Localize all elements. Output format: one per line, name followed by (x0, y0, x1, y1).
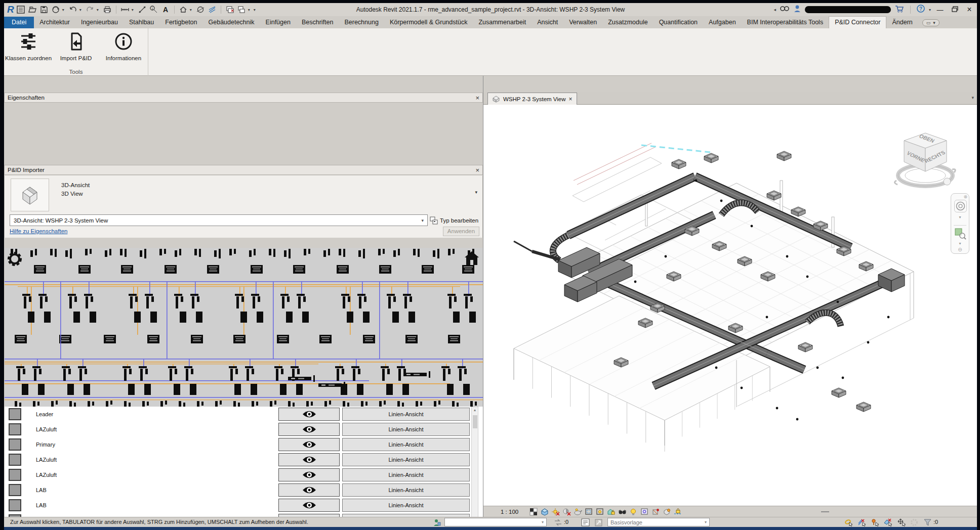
temporary-view-properties-icon[interactable] (640, 507, 649, 516)
ribbon-tab-k-rpermodell-grundst-ck[interactable]: Körpermodell & Grundstück (384, 17, 473, 28)
line-view-button[interactable]: Linien-Ansicht (342, 408, 470, 421)
reveal-hidden-icon[interactable] (629, 507, 638, 516)
pid-importer-close-icon[interactable]: × (475, 166, 479, 174)
close-hidden-windows-icon[interactable] (225, 5, 235, 15)
navigation-bar[interactable]: ⊗ ▾ ▾ ⊖ (951, 193, 969, 254)
type-selector[interactable]: 3D-Ansicht: WSHP 2-3 System View ▾ (10, 214, 428, 226)
print-icon[interactable] (102, 5, 112, 15)
view-scrollbar-dash[interactable] (821, 511, 829, 512)
crop-view-icon[interactable] (585, 507, 593, 516)
close-button[interactable]: × (964, 5, 975, 14)
ribbon-tab-ndern[interactable]: Ändern (886, 17, 918, 28)
line-view-button[interactable]: Linien-Ansicht (342, 438, 470, 451)
pid-settings-gear-icon[interactable] (6, 250, 24, 268)
wheel-dropdown-icon[interactable]: ▾ (951, 215, 969, 219)
ribbon-tab-aufgaben[interactable]: Aufgaben (703, 17, 742, 28)
view-canvas[interactable]: OBEN VORNE RECHTS ⊗ ▾ ▾ ⊖ (483, 105, 977, 506)
line-view-button[interactable]: Linien-Ansicht (342, 499, 470, 512)
type-selector-chevron-icon[interactable]: ▾ (421, 218, 424, 223)
layer-color-swatch[interactable] (9, 484, 21, 496)
select-by-face-icon[interactable] (884, 518, 892, 526)
ribbon-tab-quantification[interactable]: Quantification (654, 17, 703, 28)
thin-lines-icon[interactable] (207, 5, 217, 15)
navbar-close-icon[interactable]: ⊗ (963, 194, 967, 199)
filter-icon[interactable] (923, 518, 932, 526)
redo-icon[interactable] (85, 5, 95, 15)
ribbon-tab-verwalten[interactable]: Verwalten (563, 17, 602, 28)
revit-logo-icon[interactable]: R (7, 5, 14, 14)
steering-wheel-icon[interactable] (954, 200, 967, 212)
layer-color-swatch[interactable] (9, 408, 21, 420)
view-tab[interactable]: WSHP 2-3 System View × (487, 93, 577, 105)
drag-on-selection-icon[interactable] (897, 518, 906, 526)
element-preview[interactable] (11, 179, 49, 211)
ribbon-tab-bim-interoperabilit-ts-tools[interactable]: BIM Interoperabilitäts Tools (742, 17, 829, 28)
ribbon-tab-geb-udetechnik[interactable]: Gebäudetechnik (203, 17, 260, 28)
select-pinned-icon[interactable] (871, 518, 879, 526)
editing-requests-icon[interactable] (554, 518, 562, 526)
sync-dropdown-icon[interactable]: ▾ (62, 8, 66, 12)
tag-icon[interactable]: 1 (149, 5, 159, 15)
visibility-toggle-button[interactable] (278, 438, 340, 451)
view-tab-close-icon[interactable]: × (569, 96, 573, 103)
visibility-toggle-button[interactable] (278, 468, 340, 481)
minimize-button[interactable]: — (934, 6, 946, 14)
line-view-button[interactable]: Linien-Ansicht (342, 423, 470, 436)
detail-level-icon[interactable] (529, 507, 538, 516)
layer-color-swatch[interactable] (9, 469, 21, 481)
ribbon-tab-stahlbau[interactable]: Stahlbau (124, 17, 159, 28)
layer-color-swatch[interactable] (9, 499, 21, 511)
scroll-thumb[interactable] (473, 415, 477, 428)
ribbon-tab-berechnung[interactable]: Berechnung (339, 17, 384, 28)
exclude-options-icon[interactable] (594, 518, 603, 526)
save-icon[interactable] (39, 5, 49, 15)
analytical-model-icon[interactable] (651, 507, 660, 516)
select-links-icon[interactable] (844, 518, 853, 526)
properties-panel-header[interactable]: Eigenschaften × (4, 93, 483, 103)
undo-icon[interactable] (68, 5, 78, 15)
zoom-dropdown-icon[interactable]: ▾ (951, 241, 969, 246)
shadows-icon[interactable] (562, 507, 571, 516)
visibility-toggle-button[interactable] (278, 408, 340, 421)
ribbon-tab-p-id-connector[interactable]: P&ID Connector (829, 16, 886, 28)
ribbon-tab-einf-gen[interactable]: Einfügen (260, 17, 296, 28)
switch-windows-icon[interactable] (236, 5, 247, 15)
ribbon-tab-ansicht[interactable]: Ansicht (532, 17, 563, 28)
crop-region-visibility-icon[interactable] (596, 507, 604, 516)
undo-dropdown-icon[interactable]: ▾ (79, 8, 84, 12)
line-view-button[interactable]: Linien-Ansicht (342, 483, 470, 497)
scroll-up-icon[interactable]: ▴ (472, 408, 478, 412)
reveal-constraints-icon[interactable] (674, 507, 682, 516)
infocenter-collapse-icon[interactable]: ◂ (773, 7, 776, 12)
customize-qat-icon[interactable]: ▾ (254, 8, 258, 12)
ribbon-tab-datei[interactable]: Datei (4, 17, 34, 28)
pid-importer-panel-header[interactable]: P&ID Importer × (4, 165, 483, 175)
import-pid-button[interactable]: Import P&ID (54, 30, 98, 61)
sync-with-central-icon[interactable] (51, 5, 61, 15)
visibility-toggle-button[interactable] (278, 453, 340, 466)
ribbon-tab-architektur[interactable]: Architektur (34, 17, 75, 28)
switch-windows-dropdown-icon[interactable]: ▾ (248, 8, 252, 12)
file-menu-icon[interactable] (16, 5, 26, 15)
ribbon-tab-zusammenarbeit[interactable]: Zusammenarbeit (473, 17, 532, 28)
pid-diagram-preview[interactable] (5, 248, 483, 407)
section-icon[interactable] (195, 5, 206, 15)
sun-path-icon[interactable] (551, 507, 560, 516)
help-icon[interactable]: ? (916, 4, 925, 15)
line-view-button[interactable]: Linien-Ansicht (342, 468, 470, 481)
ribbon-tab-ingenieurbau[interactable]: Ingenieurbau (75, 17, 124, 28)
navbar-collapse-icon[interactable]: ⊖ (951, 247, 969, 252)
user-avatar-icon[interactable] (793, 5, 801, 15)
redo-dropdown-icon[interactable]: ▾ (97, 8, 101, 12)
layer-color-swatch[interactable] (9, 454, 21, 466)
displacement-sets-icon[interactable] (663, 507, 671, 516)
klassen-zuordnen-button[interactable]: Klassen zuordnen (6, 30, 51, 61)
properties-close-icon[interactable]: × (475, 94, 479, 102)
lock-3d-view-icon[interactable] (607, 507, 616, 516)
view-scale[interactable]: 1 : 100 (501, 509, 518, 515)
ribbon-tab-beschriften[interactable]: Beschriften (296, 17, 339, 28)
visual-style-icon[interactable] (540, 507, 549, 516)
edit-type-button[interactable]: Typ bearbeiten (430, 214, 480, 226)
viewcube[interactable]: OBEN VORNE RECHTS (887, 125, 966, 197)
text-icon[interactable]: A (160, 5, 171, 15)
